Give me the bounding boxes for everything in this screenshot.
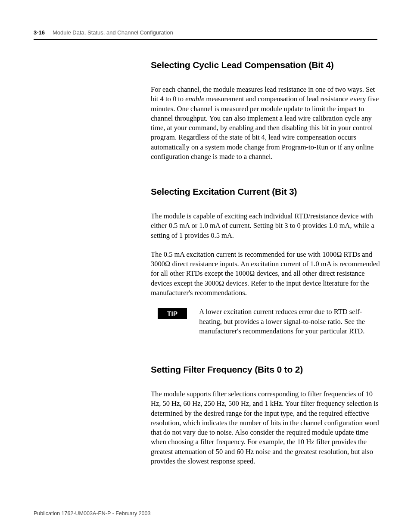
section-heading-excitation-current: Selecting Excitation Current (Bit 3)	[151, 187, 383, 197]
body-paragraph: For each channel, the module measures le…	[151, 85, 383, 162]
content-column: Selecting Cyclic Lead Compensation (Bit …	[151, 60, 383, 466]
header-rule	[34, 39, 377, 40]
body-paragraph: The module is capable of exciting each i…	[151, 212, 383, 240]
section-heading-filter-frequency: Setting Filter Frequency (Bits 0 to 2)	[151, 364, 383, 375]
body-paragraph: The 0.5 mA excitation current is recomme…	[151, 250, 383, 298]
tip-text: A lower excitation current reduces error…	[199, 307, 383, 336]
running-header: 3-16 Module Data, Status, and Channel Co…	[34, 29, 377, 39]
section-heading-cyclic-lead: Selecting Cyclic Lead Compensation (Bit …	[151, 60, 383, 70]
tip-badge: TIP	[158, 308, 187, 319]
page-number: 3-16	[34, 29, 45, 36]
footer-publication: Publication 1762-UM003A-EN-P - February …	[34, 510, 150, 516]
body-paragraph: The module supports filter selections co…	[151, 389, 383, 466]
tip-callout: TIP A lower excitation current reduces e…	[158, 307, 383, 336]
chapter-title: Module Data, Status, and Channel Configu…	[53, 29, 173, 36]
